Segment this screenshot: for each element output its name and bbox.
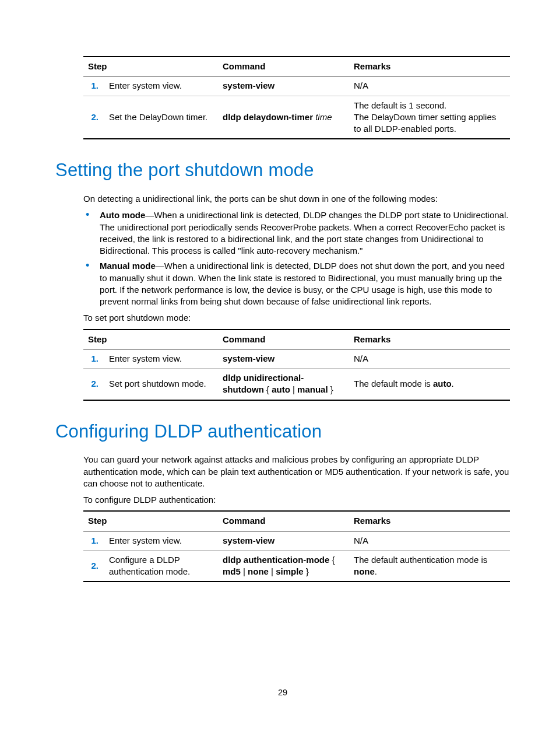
remarks-cell: N/A	[349, 76, 510, 96]
table-row: 1.Enter system view.system-viewN/A	[83, 76, 510, 96]
section2-intro: You can guard your network against attac…	[83, 454, 510, 489]
section1-bullets: Auto mode—When a unidirectional link is …	[83, 209, 510, 307]
step-number: 2.	[83, 550, 104, 582]
th-step: Step	[83, 330, 218, 349]
section1-intro: On detecting a unidirectional link, the …	[83, 193, 510, 205]
remarks-cell: The default mode is auto.	[349, 369, 510, 400]
table1-body: 1.Enter system view.system-viewN/A2.Set …	[83, 76, 510, 139]
table-row: 1.Enter system view.system-viewN/A	[83, 349, 510, 368]
table3-body: 1.Enter system view.system-viewN/A2.Conf…	[83, 531, 510, 582]
table-row: 2.Set port shutdown mode.dldp unidirecti…	[83, 369, 510, 400]
step-number: 2.	[83, 369, 104, 400]
table-row: 2.Set the DelayDown timer.dldp delaydown…	[83, 96, 510, 139]
th-step: Step	[83, 511, 218, 531]
delaydown-timer-table: Step Command Remarks 1.Enter system view…	[83, 56, 510, 139]
section1-lead: To set port shutdown mode:	[83, 312, 510, 324]
section2-content: You can guard your network against attac…	[83, 454, 510, 582]
remarks-cell: N/A	[349, 531, 510, 550]
step-number: 1.	[83, 76, 104, 96]
th-command: Command	[218, 330, 349, 349]
heading-shutdown-mode: Setting the port shutdown mode	[55, 158, 510, 183]
remarks-cell: The default authentication mode is none.	[349, 550, 510, 582]
list-item: Manual mode—When a unidirectional link i…	[83, 260, 510, 307]
page-number: 29	[55, 687, 510, 699]
command-cell: dldp delaydown-timer time	[218, 96, 349, 139]
th-step: Step	[83, 57, 218, 76]
th-remarks: Remarks	[349, 511, 510, 531]
step-description: Configure a DLDP authentication mode.	[104, 550, 218, 582]
section2-lead: To configure DLDP authentication:	[83, 494, 510, 506]
table2-body: 1.Enter system view.system-viewN/A2.Set …	[83, 349, 510, 400]
page: Step Command Remarks 1.Enter system view…	[0, 0, 556, 722]
remarks-cell: The default is 1 second.The DelayDown ti…	[349, 96, 510, 139]
step-description: Enter system view.	[104, 76, 218, 96]
command-cell: system-view	[218, 531, 349, 550]
step-number: 1.	[83, 531, 104, 550]
step-description: Enter system view.	[104, 349, 218, 368]
section1-content: On detecting a unidirectional link, the …	[83, 193, 510, 401]
step-number: 2.	[83, 96, 104, 139]
th-remarks: Remarks	[349, 330, 510, 349]
remarks-cell: N/A	[349, 349, 510, 368]
step-description: Enter system view.	[104, 531, 218, 550]
list-item: Auto mode—When a unidirectional link is …	[83, 209, 510, 257]
table1-wrap: Step Command Remarks 1.Enter system view…	[83, 56, 510, 139]
table-row: 1.Enter system view.system-viewN/A	[83, 531, 510, 550]
step-description: Set the DelayDown timer.	[104, 96, 218, 139]
dldp-auth-table: Step Command Remarks 1.Enter system view…	[83, 510, 510, 582]
command-cell: system-view	[218, 349, 349, 368]
shutdown-mode-table: Step Command Remarks 1.Enter system view…	[83, 329, 510, 401]
heading-dldp-auth: Configuring DLDP authentication	[55, 419, 510, 444]
command-cell: dldp authentication-mode { md5 | none | …	[218, 550, 349, 582]
step-number: 1.	[83, 349, 104, 368]
command-cell: system-view	[218, 76, 349, 96]
th-remarks: Remarks	[349, 57, 510, 76]
step-description: Set port shutdown mode.	[104, 369, 218, 400]
command-cell: dldp unidirectional-shutdown { auto | ma…	[218, 369, 349, 400]
th-command: Command	[218, 511, 349, 531]
th-command: Command	[218, 57, 349, 76]
table-row: 2.Configure a DLDP authentication mode.d…	[83, 550, 510, 582]
